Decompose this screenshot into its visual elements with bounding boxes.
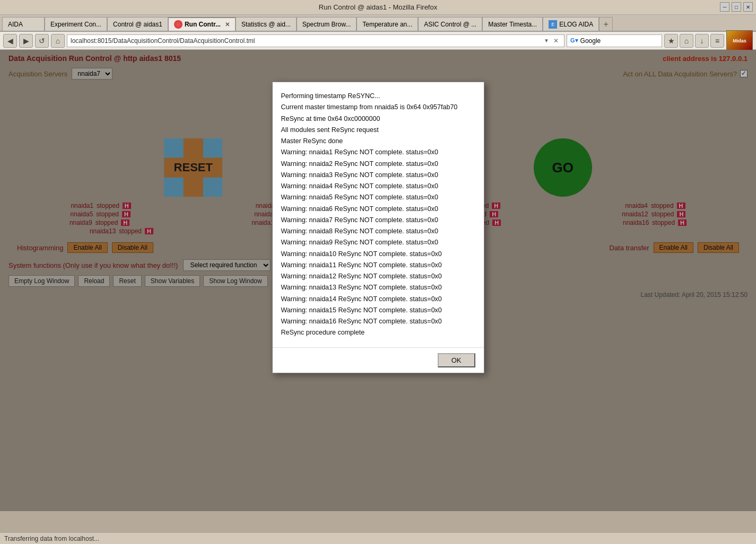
tab-statistics-label: Statistics @ aid...	[241, 21, 291, 28]
modal-line-14: Warning: nnaida9 ReSync NOT complete. st…	[281, 237, 475, 248]
modal-line-18: Warning: nnaida13 ReSync NOT complete. s…	[281, 282, 475, 293]
maximize-button[interactable]: □	[732, 2, 741, 12]
window-controls[interactable]: ─ □ ✕	[720, 2, 753, 12]
modal-line-16: Warning: nnaida11 ReSync NOT complete. s…	[281, 260, 475, 271]
home-icon[interactable]: ⌂	[680, 34, 693, 48]
resync-dialog: Performing timestamp ReSYNC... Current m…	[272, 82, 484, 373]
tab-spectrum-label: Spectrum Brow...	[302, 21, 351, 28]
modal-line-20: Warning: nnaida15 ReSync NOT complete. s…	[281, 305, 475, 316]
modal-line-6: Warning: nnaida1 ReSync NOT complete. st…	[281, 147, 475, 158]
page-content: Data Acquisition Run Control @ http aida…	[0, 50, 756, 511]
url-bar[interactable]: localhost:8015/DataAcquisitionControl/Da…	[67, 34, 564, 47]
modal-line-17: Warning: nnaida12 ReSync NOT complete. s…	[281, 271, 475, 282]
modal-body: Performing timestamp ReSYNC... Current m…	[273, 82, 484, 347]
google-search-icon: G▾	[570, 37, 578, 44]
firefox-favicon-icon	[174, 20, 183, 29]
modal-line-2: Current master timestamp from nnaida5 is…	[281, 102, 475, 113]
back-button[interactable]: ◀	[3, 34, 17, 48]
browser-titlebar: Run Control @ aidas1 - Mozilla Firefox ─…	[0, 0, 756, 15]
tab-control-label: Control @ aidas1	[113, 21, 162, 28]
modal-line-8: Warning: nnaida3 ReSync NOT complete. st…	[281, 170, 475, 181]
minimize-button[interactable]: ─	[720, 2, 729, 12]
tab-master-label: Master Timesta...	[488, 21, 537, 28]
tab-asic-label: ASIC Control @ ...	[424, 21, 476, 28]
modal-footer: OK	[273, 347, 484, 373]
tab-statistics[interactable]: Statistics @ aid...	[236, 17, 297, 31]
modal-line-9: Warning: nnaida4 ReSync NOT complete. st…	[281, 181, 475, 192]
midas-logo: Midas	[726, 30, 753, 51]
modal-line-12: Warning: nnaida7 ReSync NOT complete. st…	[281, 215, 475, 226]
elog-favicon-icon: E	[549, 20, 557, 29]
modal-overlay: Performing timestamp ReSYNC... Current m…	[0, 50, 756, 511]
tab-control-aidas1[interactable]: Control @ aidas1	[107, 17, 168, 31]
home-button[interactable]: ⌂	[51, 34, 65, 48]
browser-title: Run Control @ aidas1 - Mozilla Firefox	[319, 3, 437, 11]
new-tab-button[interactable]: +	[599, 17, 613, 31]
tab-run-label: Run Contr...	[185, 21, 221, 28]
tab-master-timestamp[interactable]: Master Timesta...	[482, 17, 543, 31]
url-dropdown-icon[interactable]: ▼	[542, 38, 551, 43]
modal-line-15: Warning: nnaida10 ReSync NOT complete. s…	[281, 249, 475, 260]
modal-line-4: All modules sent ReSync request	[281, 125, 475, 136]
url-clear-icon[interactable]: ✕	[551, 37, 561, 45]
status-bar-text: Transferring data from localhost...	[4, 535, 99, 542]
modal-line-1: Performing timestamp ReSYNC...	[281, 91, 475, 102]
tab-elog-label: ELOG AIDA	[559, 21, 593, 28]
tab-close-icon[interactable]: ✕	[225, 21, 230, 28]
tab-spectrum[interactable]: Spectrum Brow...	[297, 17, 357, 31]
modal-line-13: Warning: nnaida8 ReSync NOT complete. st…	[281, 226, 475, 237]
tab-temperature[interactable]: Temperature an...	[357, 17, 418, 31]
ok-button[interactable]: OK	[438, 353, 475, 367]
search-placeholder: Google	[580, 37, 601, 45]
tab-temperature-label: Temperature an...	[362, 21, 412, 28]
tab-experiment-label: Experiment Con...	[50, 21, 101, 28]
menu-icon[interactable]: ≡	[710, 34, 724, 48]
tab-run-control[interactable]: Run Contr... ✕	[168, 17, 236, 31]
modal-line-5: Master ReSync done	[281, 136, 475, 147]
tab-aida-label: AIDA	[8, 21, 23, 28]
status-bar: Transferring data from localhost...	[0, 532, 756, 544]
modal-line-10: Warning: nnaida5 ReSync NOT complete. st…	[281, 192, 475, 203]
modal-line-11: Warning: nnaida6 ReSync NOT complete. st…	[281, 204, 475, 215]
tab-experiment-control[interactable]: Experiment Con...	[45, 17, 107, 31]
bookmark-star-icon[interactable]: ★	[664, 34, 678, 48]
close-button[interactable]: ✕	[743, 2, 753, 12]
modal-line-22: ReSync procedure complete	[281, 327, 475, 338]
modal-line-3: ReSync at time 0x64 0xc0000000	[281, 113, 475, 125]
search-bar[interactable]: G▾ Google	[567, 34, 662, 47]
refresh-button[interactable]: ↺	[35, 34, 49, 48]
forward-button[interactable]: ▶	[19, 34, 33, 48]
tab-bar: AIDA Experiment Con... Control @ aidas1 …	[0, 15, 756, 32]
modal-line-21: Warning: nnaida16 ReSync NOT complete. s…	[281, 316, 475, 327]
modal-line-7: Warning: nnaida2 ReSync NOT complete. st…	[281, 159, 475, 170]
modal-line-19: Warning: nnaida14 ReSync NOT complete. s…	[281, 294, 475, 305]
tab-aida[interactable]: AIDA	[2, 17, 45, 31]
tab-asic[interactable]: ASIC Control @ ...	[418, 17, 482, 31]
nav-extra-icons: ★ ⌂ ↓ ≡	[664, 34, 724, 48]
url-text: localhost:8015/DataAcquisitionControl/Da…	[71, 37, 542, 45]
download-icon[interactable]: ↓	[695, 34, 709, 48]
nav-bar: ◀ ▶ ↺ ⌂ localhost:8015/DataAcquisitionCo…	[0, 32, 756, 50]
tab-elog[interactable]: E ELOG AIDA	[543, 17, 599, 31]
